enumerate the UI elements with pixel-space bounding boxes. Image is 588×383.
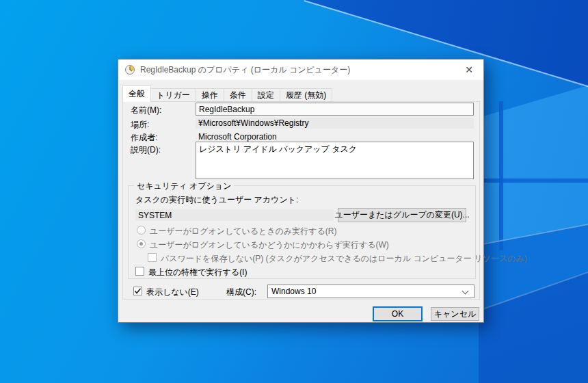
task-properties-dialog: RegIdleBackup のプロパティ (ローカル コンピューター) ✕ 全般… (118, 59, 484, 323)
location-label: 場所: (131, 119, 149, 131)
change-user-button[interactable]: ユーザーまたはグループの変更(U)... (338, 208, 466, 222)
configure-for-value: Windows 10 (271, 287, 316, 296)
name-input[interactable] (196, 103, 474, 116)
tab-label: 全般 (129, 88, 145, 100)
tab-history[interactable]: 履歴 (無効) (280, 88, 332, 102)
tab-strip: 全般 トリガー 操作 条件 設定 履歴 (無効) (122, 85, 332, 102)
description-textarea[interactable]: レジストリ アイドル バックアップ タスク (196, 142, 474, 179)
account-caption: タスクの実行時に使うユーザー アカウント: (135, 194, 298, 206)
radio-run-regardless-label: ユーザーがログオンしているかどうかにかかわらず実行する(W) (150, 239, 389, 251)
tab-label: 条件 (230, 90, 246, 101)
tab-general[interactable]: 全般 (122, 85, 151, 102)
radio-run-regardless[interactable] (137, 239, 146, 248)
author-value: Microsoft Corporation (198, 132, 277, 142)
radio-run-only-logged-on-label: ユーザーがログオンしているときのみ実行する(R) (150, 226, 336, 237)
wallpaper-pane-seam-vertical (499, 101, 503, 250)
tab-triggers[interactable]: トリガー (151, 88, 196, 102)
desktop-wallpaper: RegIdleBackup のプロパティ (ローカル コンピューター) ✕ 全般… (0, 0, 588, 383)
dialog-titlebar[interactable]: RegIdleBackup のプロパティ (ローカル コンピューター) ✕ (118, 60, 483, 80)
tab-label: 履歴 (無効) (286, 90, 326, 101)
checkbox-highest-privileges-label: 最上位の特権で実行する(I) (148, 267, 247, 278)
wallpaper-pane-seam-horizontal (479, 179, 588, 183)
tab-settings[interactable]: 設定 (252, 88, 280, 102)
checkbox-no-password-label: パスワードを保存しない(P) (タスクがアクセスできるのはローカル コンピュータ… (161, 253, 527, 265)
tab-actions[interactable]: 操作 (196, 88, 224, 102)
checkbox-highest-privileges[interactable] (135, 267, 144, 276)
checkbox-hidden[interactable] (133, 287, 142, 295)
author-label: 作成者: (131, 132, 157, 144)
security-options-group: セキュリティ オプション タスクの実行時に使うユーザー アカウント: SYSTE… (128, 185, 476, 279)
chevron-down-icon (462, 288, 469, 295)
account-value: SYSTEM (135, 209, 334, 221)
tab-conditions[interactable]: 条件 (224, 88, 252, 102)
task-clock-icon (124, 64, 135, 75)
configure-for-combobox[interactable]: Windows 10 (267, 285, 475, 298)
tab-label: トリガー (157, 90, 190, 101)
description-label: 説明(D): (131, 144, 161, 156)
tab-label: 操作 (202, 90, 218, 101)
checkbox-hidden-label: 表示しない(E) (146, 287, 199, 298)
configure-label: 構成(C): (226, 287, 256, 298)
name-label: 名前(M): (131, 105, 161, 116)
radio-dot (139, 242, 143, 246)
ok-button[interactable]: OK (373, 306, 423, 321)
location-value: ¥Microsoft¥Windows¥Registry (196, 118, 474, 129)
close-icon[interactable]: ✕ (455, 60, 483, 80)
security-options-title: セキュリティ オプション (134, 181, 234, 192)
check-icon (134, 287, 142, 295)
checkbox-no-password[interactable] (148, 253, 157, 262)
tab-label: 設定 (258, 90, 274, 101)
cancel-button[interactable]: キャンセル (431, 307, 479, 321)
general-tab-page: 名前(M): 場所: ¥Microsoft¥Windows¥Registry 作… (122, 101, 480, 300)
dialog-title: RegIdleBackup のプロパティ (ローカル コンピューター) (140, 64, 350, 76)
radio-run-only-logged-on[interactable] (137, 226, 146, 235)
